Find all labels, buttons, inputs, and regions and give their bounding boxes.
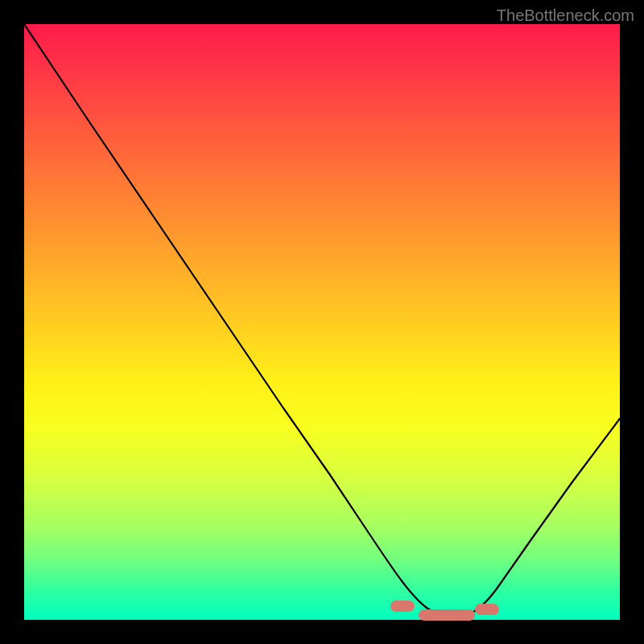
watermark-text: TheBottleneck.com bbox=[497, 6, 634, 25]
optimal-marker-right bbox=[475, 604, 499, 615]
optimal-marker-left bbox=[390, 601, 415, 612]
optimal-marker-center bbox=[419, 609, 475, 621]
chart-container bbox=[24, 24, 620, 620]
bottleneck-curve bbox=[24, 24, 620, 620]
